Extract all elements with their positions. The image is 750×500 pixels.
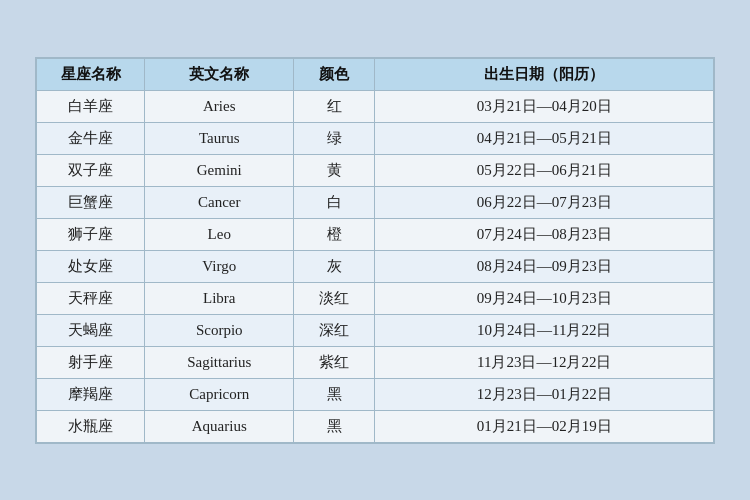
cell-date: 05月22日—06月21日 (375, 154, 714, 186)
cell-zh-name: 双子座 (37, 154, 145, 186)
header-date: 出生日期（阳历） (375, 58, 714, 90)
table-row: 处女座Virgo灰08月24日—09月23日 (37, 250, 714, 282)
cell-color: 紫红 (294, 346, 375, 378)
cell-date: 09月24日—10月23日 (375, 282, 714, 314)
cell-zh-name: 天秤座 (37, 282, 145, 314)
cell-en-name: Gemini (145, 154, 294, 186)
cell-color: 绿 (294, 122, 375, 154)
cell-date: 03月21日—04月20日 (375, 90, 714, 122)
cell-en-name: Sagittarius (145, 346, 294, 378)
cell-en-name: Scorpio (145, 314, 294, 346)
cell-color: 红 (294, 90, 375, 122)
table-row: 狮子座Leo橙07月24日—08月23日 (37, 218, 714, 250)
table-header-row: 星座名称 英文名称 颜色 出生日期（阳历） (37, 58, 714, 90)
table-row: 白羊座Aries红03月21日—04月20日 (37, 90, 714, 122)
cell-zh-name: 巨蟹座 (37, 186, 145, 218)
zodiac-table: 星座名称 英文名称 颜色 出生日期（阳历） 白羊座Aries红03月21日—04… (36, 58, 714, 443)
table-row: 天秤座Libra淡红09月24日—10月23日 (37, 282, 714, 314)
cell-en-name: Virgo (145, 250, 294, 282)
table-row: 双子座Gemini黄05月22日—06月21日 (37, 154, 714, 186)
cell-zh-name: 处女座 (37, 250, 145, 282)
cell-zh-name: 摩羯座 (37, 378, 145, 410)
cell-date: 06月22日—07月23日 (375, 186, 714, 218)
header-zh-name: 星座名称 (37, 58, 145, 90)
table-row: 巨蟹座Cancer白06月22日—07月23日 (37, 186, 714, 218)
cell-date: 12月23日—01月22日 (375, 378, 714, 410)
table-row: 天蝎座Scorpio深红10月24日—11月22日 (37, 314, 714, 346)
table-row: 金牛座Taurus绿04月21日—05月21日 (37, 122, 714, 154)
header-en-name: 英文名称 (145, 58, 294, 90)
cell-en-name: Taurus (145, 122, 294, 154)
cell-en-name: Cancer (145, 186, 294, 218)
table-row: 摩羯座Capricorn黑12月23日—01月22日 (37, 378, 714, 410)
cell-zh-name: 金牛座 (37, 122, 145, 154)
zodiac-table-container: 星座名称 英文名称 颜色 出生日期（阳历） 白羊座Aries红03月21日—04… (35, 57, 715, 444)
cell-date: 08月24日—09月23日 (375, 250, 714, 282)
cell-date: 10月24日—11月22日 (375, 314, 714, 346)
cell-color: 深红 (294, 314, 375, 346)
cell-zh-name: 射手座 (37, 346, 145, 378)
cell-color: 白 (294, 186, 375, 218)
cell-color: 黑 (294, 378, 375, 410)
cell-date: 07月24日—08月23日 (375, 218, 714, 250)
cell-date: 04月21日—05月21日 (375, 122, 714, 154)
cell-zh-name: 天蝎座 (37, 314, 145, 346)
cell-en-name: Aries (145, 90, 294, 122)
cell-color: 橙 (294, 218, 375, 250)
cell-en-name: Capricorn (145, 378, 294, 410)
cell-en-name: Leo (145, 218, 294, 250)
cell-zh-name: 狮子座 (37, 218, 145, 250)
cell-zh-name: 水瓶座 (37, 410, 145, 442)
cell-color: 淡红 (294, 282, 375, 314)
cell-color: 黑 (294, 410, 375, 442)
cell-date: 11月23日—12月22日 (375, 346, 714, 378)
cell-en-name: Libra (145, 282, 294, 314)
cell-en-name: Aquarius (145, 410, 294, 442)
header-color: 颜色 (294, 58, 375, 90)
cell-date: 01月21日—02月19日 (375, 410, 714, 442)
table-row: 射手座Sagittarius紫红11月23日—12月22日 (37, 346, 714, 378)
cell-color: 灰 (294, 250, 375, 282)
cell-color: 黄 (294, 154, 375, 186)
table-row: 水瓶座Aquarius黑01月21日—02月19日 (37, 410, 714, 442)
cell-zh-name: 白羊座 (37, 90, 145, 122)
